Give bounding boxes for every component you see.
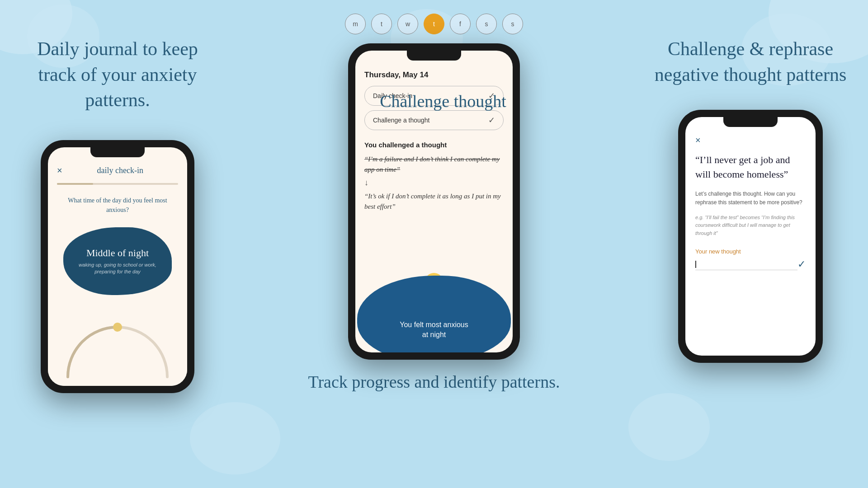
challenge-thought-overlay: Challenge thought	[353, 90, 533, 113]
center-section: m t w t f s s Thursday, May 14 Daily che…	[235, 0, 633, 488]
submit-check-icon[interactable]: ✓	[797, 258, 806, 270]
challenged-title: You challenged a thought	[364, 141, 504, 149]
challenge-example: e.g. “I’ll fail the test” becomes “I’m f…	[695, 214, 806, 238]
day-selector: m t w t f s s	[345, 14, 523, 34]
checkin-question: What time of the day did you feel most a…	[57, 196, 178, 215]
right-phone-content: × “I’ll never get a job and will become …	[685, 117, 816, 356]
anxious-blob-area: You felt most anxious at night	[355, 262, 513, 352]
close-icon-right[interactable]: ×	[695, 135, 806, 145]
arrow-down-icon: ↓	[364, 178, 504, 188]
center-bottom-text: Track progress and identify patterns.	[281, 371, 587, 394]
anxious-line2: at night	[422, 331, 446, 338]
date-heading: Thursday, May 14	[364, 70, 504, 80]
right-title: Challenge & rephrase negative thought pa…	[633, 36, 868, 87]
day-wednesday[interactable]: w	[397, 14, 418, 34]
new-thought-label: Your new thought	[695, 248, 806, 255]
task-challenge-thought[interactable]: Challenge a thought ✓	[364, 110, 504, 130]
right-phone: × “I’ll never get a job and will become …	[678, 110, 823, 363]
time-of-day-blob[interactable]: Middle of night waking up, going to scho…	[63, 227, 172, 295]
phone-notch-right	[723, 117, 778, 127]
left-phone-screen: × daily check-in What time of the day di…	[48, 147, 187, 386]
day-monday[interactable]: m	[345, 14, 366, 34]
task-label-challenge: Challenge a thought	[373, 117, 429, 124]
time-blob-subtitle: waking up, going to school or work, prep…	[63, 262, 172, 276]
phone-notch	[90, 147, 145, 157]
day-sunday[interactable]: s	[502, 14, 523, 34]
left-phone-content: × daily check-in What time of the day di…	[48, 147, 187, 386]
day-saturday[interactable]: s	[476, 14, 497, 34]
checkin-header: × daily check-in	[57, 165, 178, 176]
right-phone-screen: × “I’ll never get a job and will become …	[685, 117, 816, 356]
phone-notch-center	[407, 51, 461, 61]
anxious-line1: You felt most anxious	[400, 321, 468, 328]
progress-bar-container	[57, 183, 178, 185]
new-thought-field[interactable]	[695, 260, 797, 270]
input-row: ✓	[695, 258, 806, 270]
arc-gauge	[59, 318, 176, 381]
progress-bar-fill	[57, 183, 93, 185]
left-section: Daily journal to keep track of your anxi…	[0, 0, 235, 488]
checkin-title: daily check-in	[62, 166, 178, 175]
svg-point-0	[113, 323, 122, 332]
day-friday[interactable]: f	[450, 14, 471, 34]
negative-thought-quote: “I’ll never get a job and will become ho…	[695, 153, 806, 182]
close-icon[interactable]: ×	[57, 165, 62, 176]
original-thought: “I’m a failure and I don’t think I can c…	[364, 154, 504, 174]
left-phone: × daily check-in What time of the day di…	[41, 140, 194, 393]
new-thought: “It’s ok if I don’t complete it as long …	[364, 191, 504, 211]
challenge-instruction: Let’s challenge this thought. How can yo…	[695, 190, 806, 207]
arc-gauge-area	[48, 314, 187, 386]
check-icon-challenge: ✓	[488, 115, 495, 125]
challenged-section: You challenged a thought “I’m a failure …	[364, 141, 504, 211]
right-section: Challenge & rephrase negative thought pa…	[633, 0, 868, 488]
anxious-blob-text: You felt most anxious at night	[400, 320, 468, 340]
day-thursday[interactable]: t	[424, 14, 444, 34]
text-cursor	[695, 261, 696, 268]
time-blob-title: Middle of night	[86, 247, 149, 259]
day-tuesday-1[interactable]: t	[371, 14, 392, 34]
challenge-thought-title: Challenge thought	[353, 90, 533, 113]
left-title: Daily journal to keep track of your anxi…	[0, 36, 235, 113]
anxious-blob: You felt most anxious at night	[357, 276, 511, 352]
